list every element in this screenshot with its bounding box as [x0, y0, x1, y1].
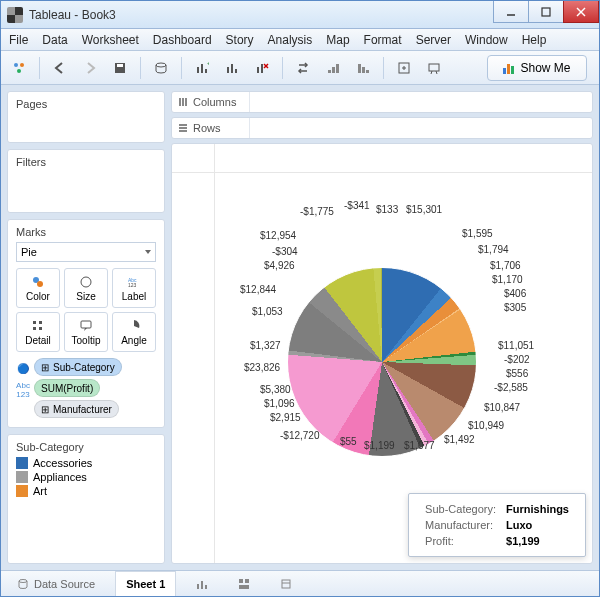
menu-story[interactable]: Story: [226, 33, 254, 47]
pie-data-label: $10,949: [468, 420, 504, 431]
color-icon: 🔵: [16, 363, 30, 374]
maximize-button[interactable]: [528, 1, 564, 23]
clear-icon[interactable]: [250, 56, 274, 80]
svg-rect-1: [542, 8, 550, 16]
new-story-icon[interactable]: [270, 571, 302, 596]
svg-rect-53: [239, 585, 249, 589]
menu-window[interactable]: Window: [465, 33, 508, 47]
new-sheet-icon[interactable]: [186, 571, 218, 596]
svg-rect-12: [205, 69, 207, 73]
svg-rect-37: [39, 321, 42, 324]
mark-color-button[interactable]: Color: [16, 268, 60, 308]
mark-label-button[interactable]: Abc123Label: [112, 268, 156, 308]
menu-analysis[interactable]: Analysis: [268, 33, 313, 47]
minimize-button[interactable]: [493, 1, 529, 23]
svg-rect-46: [179, 130, 187, 132]
svg-rect-39: [39, 327, 42, 330]
pie-data-label: $12,844: [240, 284, 276, 295]
new-dashboard-icon[interactable]: [228, 571, 260, 596]
pie-data-label: $1,794: [478, 244, 509, 255]
columns-shelf[interactable]: Columns: [171, 91, 593, 113]
filters-shelf[interactable]: Filters: [7, 149, 165, 213]
pie-data-label: $1,077: [404, 440, 435, 451]
svg-point-33: [81, 277, 91, 287]
viz-canvas[interactable]: $133$15,301-$341-$1,775$1,595$12,954$1,7…: [171, 143, 593, 564]
svg-point-9: [156, 63, 166, 67]
pie-data-label: -$304: [272, 246, 298, 257]
chevron-down-icon: [145, 250, 151, 254]
svg-rect-14: [227, 67, 229, 73]
tab-datasource[interactable]: Data Source: [7, 571, 105, 596]
pie-data-label: $406: [504, 288, 526, 299]
menu-data[interactable]: Data: [42, 33, 67, 47]
pie-data-label: -$202: [504, 354, 530, 365]
menu-map[interactable]: Map: [326, 33, 349, 47]
menu-server[interactable]: Server: [416, 33, 451, 47]
pie-data-label: $1,327: [250, 340, 281, 351]
mark-detail-button[interactable]: Detail: [16, 312, 60, 352]
label-icon: Abc123: [16, 381, 30, 399]
svg-rect-38: [33, 327, 36, 330]
show-me-button[interactable]: Show Me: [487, 55, 587, 81]
datasource-icon[interactable]: [149, 56, 173, 80]
svg-rect-45: [179, 127, 187, 129]
pill-sum-profit[interactable]: SUM(Profit): [34, 379, 100, 397]
sort-desc-icon[interactable]: [351, 56, 375, 80]
start-icon[interactable]: [7, 56, 31, 80]
pie-data-label: $4,926: [264, 260, 295, 271]
svg-rect-25: [362, 67, 365, 73]
svg-rect-44: [179, 124, 187, 126]
presentation-icon[interactable]: [422, 56, 446, 80]
pie-data-label: $55: [340, 436, 357, 447]
svg-point-6: [17, 69, 21, 73]
pie-chart[interactable]: [287, 267, 477, 457]
svg-rect-41: [179, 98, 181, 106]
pages-shelf[interactable]: Pages: [7, 91, 165, 143]
svg-rect-50: [205, 585, 207, 589]
menu-format[interactable]: Format: [364, 33, 402, 47]
menu-worksheet[interactable]: Worksheet: [82, 33, 139, 47]
svg-rect-42: [182, 98, 184, 106]
menu-dashboard[interactable]: Dashboard: [153, 33, 212, 47]
svg-text:123: 123: [128, 282, 137, 288]
pie-data-label: $5,380: [260, 384, 291, 395]
legend-item[interactable]: Appliances: [16, 471, 156, 483]
menu-help[interactable]: Help: [522, 33, 547, 47]
svg-point-4: [14, 63, 18, 67]
forward-icon[interactable]: [78, 56, 102, 80]
back-icon[interactable]: [48, 56, 72, 80]
marks-card: Marks Pie Color Size Abc123Label Detail …: [7, 219, 165, 428]
svg-rect-10: [197, 67, 199, 73]
close-button[interactable]: [563, 1, 599, 23]
save-icon[interactable]: [108, 56, 132, 80]
svg-rect-51: [239, 579, 243, 583]
tab-sheet1[interactable]: Sheet 1: [115, 571, 176, 596]
svg-rect-8: [117, 64, 123, 67]
svg-rect-24: [358, 64, 361, 73]
svg-rect-21: [328, 70, 331, 73]
mark-type-select[interactable]: Pie: [16, 242, 156, 262]
mark-tooltip-button[interactable]: Tooltip: [64, 312, 108, 352]
pie-data-label: $1,199: [364, 440, 395, 451]
svg-rect-40: [81, 321, 91, 328]
rows-shelf[interactable]: Rows: [171, 117, 593, 139]
legend-item[interactable]: Art: [16, 485, 156, 497]
mark-angle-button[interactable]: Angle: [112, 312, 156, 352]
swap-icon[interactable]: [291, 56, 315, 80]
new-worksheet-icon[interactable]: +: [190, 56, 214, 80]
duplicate-icon[interactable]: [220, 56, 244, 80]
svg-rect-23: [336, 64, 339, 73]
mark-size-button[interactable]: Size: [64, 268, 108, 308]
pie-data-label: $12,954: [260, 230, 296, 241]
pill-subcategory[interactable]: ⊞ Sub-Category: [34, 358, 122, 376]
sort-asc-icon[interactable]: [321, 56, 345, 80]
pie-data-label: $2,915: [270, 412, 301, 423]
toolbar: + Show Me: [1, 51, 599, 85]
menu-file[interactable]: File: [9, 33, 28, 47]
svg-rect-11: [201, 64, 203, 73]
legend-item[interactable]: Accessories: [16, 457, 156, 469]
pill-manufacturer[interactable]: ⊞ Manufacturer: [34, 400, 119, 418]
svg-text:+: +: [207, 61, 209, 66]
pie-data-label: $11,051: [498, 340, 534, 351]
fit-icon[interactable]: [392, 56, 416, 80]
